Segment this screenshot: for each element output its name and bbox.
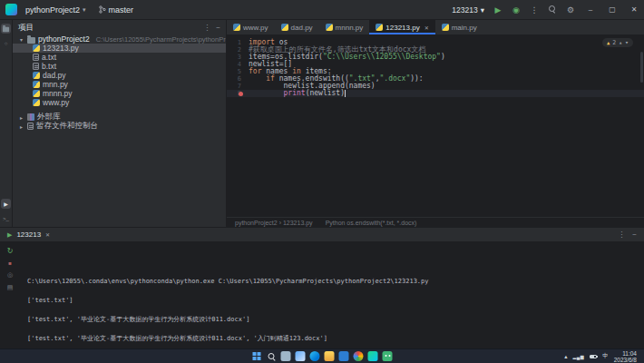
system-tray: ▴ ▂▄▆ 中 11:04 2023/6/8 [564, 350, 644, 363]
console-line: ['test.txt', '毕业论文-基于大数据的学生行为分析系统设计011.d… [27, 336, 640, 342]
clear-output-icon[interactable]: ▤ [7, 284, 14, 291]
close-tab-icon[interactable]: ✕ [424, 25, 429, 31]
debug-button[interactable]: ◉ [508, 2, 524, 18]
run-tab-label[interactable]: 123213 [16, 231, 41, 239]
more-icon[interactable]: ⋮ [203, 24, 210, 32]
run-panel-header: ▶ 123213 ✕ ⋮ − [0, 228, 644, 242]
taskbar-clock[interactable]: 11:04 2023/6/8 [614, 350, 637, 363]
tree-item-external-libraries[interactable]: ▸ 外部库 [13, 113, 226, 122]
inspections-widget[interactable]: ▲ 2 ▴ ▾ [602, 38, 633, 47]
tab-mnnn-py[interactable]: mnnn.py [319, 20, 370, 34]
widgets-icon[interactable] [296, 351, 306, 361]
python-file-icon [33, 99, 40, 106]
tree-item-mnn-py[interactable]: mnn.py [13, 80, 226, 89]
python-file-icon [33, 81, 40, 88]
tree-root-row[interactable]: ▾ pythonProject2 C:\Users\12055\PycharmP… [13, 34, 226, 44]
tree-item-a-txt[interactable]: a.txt [13, 53, 226, 62]
stop-icon[interactable]: ■ [8, 260, 12, 266]
commit-icon: ○ [5, 41, 8, 46]
project-panel: 项目 ⋮ − ▾ pythonProject2 C:\Users\12055\P… [13, 20, 227, 227]
console-line: ['test.txt', '毕业论文-基于大数据的学生行为分析系统设计011.d… [27, 317, 640, 323]
tree-item-scratches[interactable]: ▸ 暂存文件和控制台 [13, 122, 226, 131]
tree-item-www-py[interactable]: www.py [13, 98, 226, 107]
run-button[interactable]: ▶ [490, 2, 506, 18]
network-signal-icon[interactable]: ▂▄▆ [572, 354, 584, 359]
tree-item-123213-py[interactable]: 123213.py [13, 44, 226, 53]
task-view-icon[interactable] [281, 351, 291, 361]
code-token: )): [410, 75, 423, 83]
python-file-icon [326, 24, 333, 31]
branch-name: master [109, 5, 134, 15]
tab-123213-py[interactable]: 123213.py ✕ [369, 20, 434, 34]
hidden-icons-chevron[interactable]: ▴ [564, 353, 567, 360]
code-editor[interactable]: 1import os 2#获取桌面上的所有文件名,筛选出txt文本和docx文档… [227, 35, 644, 217]
project-tool-button[interactable] [1, 24, 11, 34]
file-explorer-icon[interactable] [325, 351, 335, 361]
settings-button[interactable]: ⚙ [562, 2, 579, 18]
run-config-selector[interactable]: 123213 ▾ [448, 5, 488, 15]
more-icon[interactable]: ⋮ [618, 231, 625, 239]
hide-panel-icon[interactable]: − [216, 24, 220, 32]
tree-item-b-txt[interactable]: b.txt [13, 62, 226, 71]
edge-browser-icon[interactable] [310, 351, 320, 361]
close-button[interactable]: ✕ [624, 0, 644, 20]
file-name: a.txt [42, 53, 56, 62]
breadcrumb[interactable]: pythonProject2 › 123213.py Python os.end… [227, 217, 644, 227]
rerun-icon[interactable]: ↻ [7, 247, 14, 255]
battery-icon[interactable] [590, 355, 597, 358]
windows-taskbar: ▴ ▂▄▆ 中 11:04 2023/6/8 [0, 348, 644, 363]
python-file-icon [376, 24, 383, 31]
terminal-tool-button[interactable]: >_ [1, 213, 11, 223]
run-console-output[interactable]: C:\Users\12055\.conda\envs\pythonconda\p… [20, 242, 644, 348]
folder-icon [3, 27, 9, 33]
run-toolbar: ↻ ■ ◎ ▤ [0, 242, 20, 348]
close-run-tab-icon[interactable]: ✕ [45, 231, 50, 238]
more-actions-button[interactable]: ⋮ [526, 2, 542, 18]
breadcrumb-hint: Python os.endswith(*.txt, *.docx) [326, 220, 417, 226]
tab-label: main.py [452, 24, 477, 32]
gear-icon: ⚙ [567, 5, 574, 15]
search-icon [549, 5, 557, 14]
taskbar-center-icons [252, 351, 393, 361]
microsoft-store-icon[interactable] [339, 351, 349, 361]
maximize-button[interactable]: ▢ [602, 0, 622, 20]
main-area: ○ ▶ >_ 项目 ⋮ − ▾ pythonProject2 C:\Users\… [0, 20, 644, 227]
pin-icon[interactable]: ◎ [7, 271, 13, 279]
run-tool-button[interactable]: ▶ [1, 199, 11, 209]
wechat-icon[interactable] [383, 351, 393, 361]
tree-item-dad-py[interactable]: dad.py [13, 71, 226, 80]
ime-indicator[interactable]: 中 [602, 352, 609, 360]
breakpoint-icon[interactable] [239, 92, 243, 96]
line-number: 3 [227, 54, 249, 61]
prev-problem-icon[interactable]: ▴ [619, 39, 622, 46]
breadcrumb-path[interactable]: pythonProject2 › 123213.py [235, 220, 313, 226]
next-problem-icon[interactable]: ▾ [625, 39, 629, 46]
hide-panel-icon[interactable]: − [632, 231, 637, 239]
editor-scrollbar[interactable] [640, 52, 643, 83]
python-file-icon [33, 72, 40, 79]
code-line-current[interactable]: 8 print(newlist) [227, 90, 644, 97]
library-icon [27, 113, 34, 121]
pycharm-taskbar-icon[interactable] [368, 351, 378, 361]
run-icon: ▶ [4, 201, 8, 207]
file-name: mnnn.py [43, 89, 73, 98]
photos-icon[interactable] [354, 351, 364, 361]
text-file-icon [33, 54, 39, 61]
tree-item-mnnn-py[interactable]: mnnn.py [13, 89, 226, 98]
minimize-button[interactable]: – [581, 0, 600, 20]
search-everywhere-button[interactable] [544, 2, 561, 18]
tab-label: dad.py [291, 24, 313, 32]
text-file-icon [33, 63, 39, 70]
python-file-icon [33, 44, 40, 52]
taskbar-search-icon[interactable] [267, 351, 277, 361]
vcs-branch-widget[interactable]: master [94, 4, 139, 16]
code-token [249, 90, 284, 97]
commit-tool-button[interactable]: ○ [1, 38, 11, 48]
close-icon: ✕ [631, 5, 638, 14]
tab-www-py[interactable]: www.py [227, 20, 275, 34]
windows-start-button[interactable] [252, 351, 262, 361]
python-file-icon [281, 24, 288, 31]
project-selector[interactable]: pythonProject2 ▾ [21, 4, 91, 16]
tab-main-py[interactable]: main.py [435, 20, 483, 34]
tab-dad-py[interactable]: dad.py [275, 20, 319, 34]
